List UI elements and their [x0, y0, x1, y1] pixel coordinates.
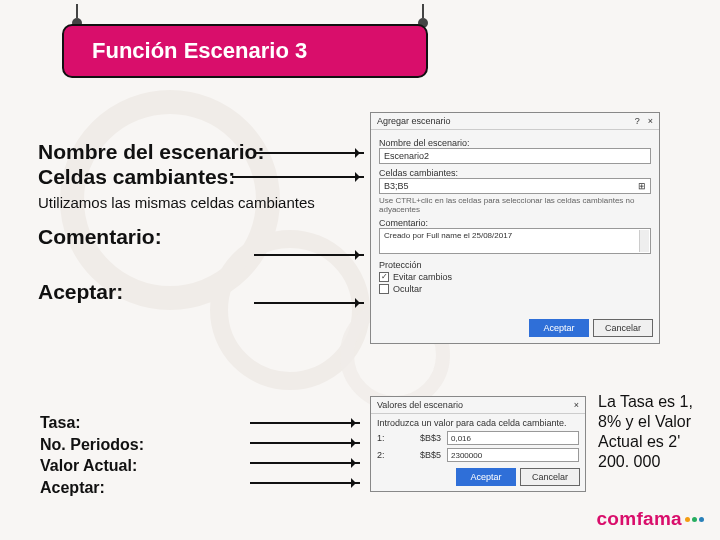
button-label: Aceptar [543, 323, 574, 333]
cancelar-button[interactable]: Cancelar [593, 319, 653, 337]
button-label: Cancelar [605, 323, 641, 333]
help-icon[interactable]: ? [635, 116, 640, 126]
close-icon[interactable]: × [648, 116, 653, 126]
label-nombre-escenario: Nombre del escenario: [379, 138, 651, 148]
cell-value-input[interactable]: 2300000 [447, 448, 579, 462]
section-proteccion: Protección [379, 260, 651, 270]
arrow-icon [250, 462, 360, 464]
arrow-icon [254, 302, 364, 304]
checkbox-evitar-cambios[interactable]: ✓ Evitar cambios [379, 272, 651, 282]
cell-ref: $B$5 [393, 450, 443, 460]
aceptar-button[interactable]: Aceptar [456, 468, 516, 486]
checkbox-label: Ocultar [393, 284, 422, 294]
label-celdas-cambiantes: Celdas cambiantes: [379, 168, 651, 178]
input-value: 2300000 [451, 451, 482, 460]
dialog-buttons: Aceptar Cancelar [456, 468, 580, 486]
left-bullets: Nombre del escenario: Celdas cambiantes:… [38, 140, 328, 305]
aceptar-button[interactable]: Aceptar [529, 319, 589, 337]
input-value: Escenario2 [384, 151, 429, 161]
input-value: B3;B5 [384, 181, 409, 191]
dialog-title-text: Agregar escenario [377, 116, 451, 126]
textarea-value: Creado por Full name el 25/08/2017 [384, 231, 512, 240]
arrow-icon [250, 422, 360, 424]
value-row: 1: $B$3 0,016 [377, 431, 579, 445]
input-nombre-escenario[interactable]: Escenario2 [379, 148, 651, 164]
bottom-left-list: Tasa: No. Periodos: Valor Actual: Acepta… [40, 412, 144, 498]
dialog-buttons: Aceptar Cancelar [529, 319, 653, 337]
dialog-body: Introduzca un valor para cada celda camb… [371, 414, 585, 466]
logo-dots-icon [685, 517, 704, 522]
row-index: 2: [377, 450, 389, 460]
list-item-valor-actual: Valor Actual: [40, 455, 144, 477]
checkbox-label: Evitar cambios [393, 272, 452, 282]
hint-ctrl-clic: Use CTRL+clic en las celdas para selecci… [379, 196, 651, 214]
side-note: La Tasa es 1, 8% y el Valor Actual es 2'… [598, 392, 706, 472]
logo-text: comfama [596, 508, 682, 530]
slide-title: Función Escenario 3 [62, 24, 428, 78]
cell-value-input[interactable]: 0,016 [447, 431, 579, 445]
arrow-icon [254, 254, 364, 256]
dialog-intro: Introduzca un valor para cada celda camb… [377, 418, 579, 428]
arrow-icon [254, 152, 364, 154]
input-value: 0,016 [451, 434, 471, 443]
button-label: Aceptar [470, 472, 501, 482]
arrow-icon [232, 176, 364, 178]
cell-ref: $B$3 [393, 433, 443, 443]
textarea-comentario[interactable]: Creado por Full name el 25/08/2017 [379, 228, 651, 254]
button-label: Cancelar [532, 472, 568, 482]
arrow-icon [250, 482, 360, 484]
slide-title-text: Función Escenario 3 [92, 38, 307, 64]
range-picker-icon[interactable]: ⊞ [638, 181, 646, 191]
checkbox-ocultar[interactable]: Ocultar [379, 284, 651, 294]
cancelar-button[interactable]: Cancelar [520, 468, 580, 486]
value-row: 2: $B$5 2300000 [377, 448, 579, 462]
row-index: 1: [377, 433, 389, 443]
checkbox-icon: ✓ [379, 272, 389, 282]
scrollbar[interactable] [639, 230, 649, 252]
dialog-title-text: Valores del escenario [377, 400, 463, 410]
arrow-icon [250, 442, 360, 444]
list-item-periodos: No. Periodos: [40, 434, 144, 456]
checkbox-icon [379, 284, 389, 294]
comfama-logo: comfama [596, 508, 704, 530]
bullet-note: Utilizamos las mismas celdas cambiantes [38, 194, 328, 212]
list-item-aceptar: Aceptar: [40, 477, 144, 499]
close-icon[interactable]: × [574, 400, 579, 410]
dialog-titlebar: Agregar escenario ? × [371, 113, 659, 130]
label-comentario: Comentario: [379, 218, 651, 228]
dialog-titlebar: Valores del escenario × [371, 397, 585, 414]
list-item-tasa: Tasa: [40, 412, 144, 434]
dialog-agregar-escenario: Agregar escenario ? × Nombre del escenar… [370, 112, 660, 344]
dialog-valores-escenario: Valores del escenario × Introduzca un va… [370, 396, 586, 492]
dialog-body: Nombre del escenario: Escenario2 Celdas … [371, 130, 659, 298]
bullet-comentario: Comentario: [38, 225, 328, 250]
input-celdas-cambiantes[interactable]: B3;B5 ⊞ [379, 178, 651, 194]
